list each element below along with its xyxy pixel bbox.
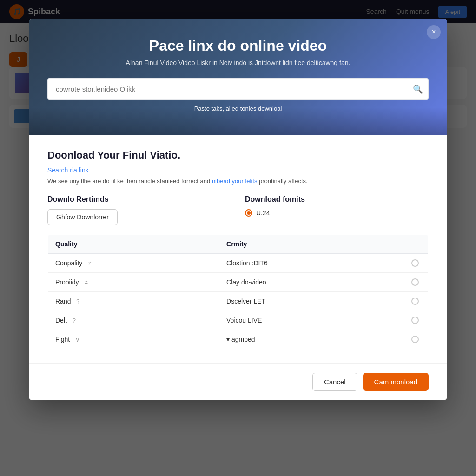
quality-icon: ≠ xyxy=(88,260,91,267)
download-formats-col: Download fomits U.24 xyxy=(245,195,429,225)
modal-subtitle: Alnan Finul Video Video Liskr in Neiv in… xyxy=(47,59,429,66)
compat-cell: ▾ agmped xyxy=(219,330,428,349)
table-header-row: Quality Crmity xyxy=(48,234,429,253)
compat-radio[interactable] xyxy=(411,336,419,343)
compat-cell: Clostion!:DIT6 xyxy=(219,253,428,272)
compat-label: Voicou LIVE xyxy=(226,317,262,324)
table-row: Fight ∨ ▾ agmped xyxy=(48,330,429,349)
search-submit-button[interactable]: 🔍 xyxy=(413,84,423,94)
cancel-button[interactable]: Cancel xyxy=(312,373,357,391)
compat-cell: Dscelver LET xyxy=(219,291,428,311)
quality-cell: Delt ? xyxy=(48,311,219,330)
quality-cell: Probiidy ≠ xyxy=(48,272,219,291)
compat-radio[interactable] xyxy=(411,259,419,267)
two-col-section: Downlo Rertimds Ghfow Downlorrer Downloa… xyxy=(47,195,429,225)
table-col-quality: Quality xyxy=(48,234,219,253)
quality-cell: Rand ? xyxy=(48,291,219,311)
download-button[interactable]: Cam monload xyxy=(363,373,429,391)
modal-header: × Pace linx do online video Alnan Finul … xyxy=(29,19,447,135)
compat-label: ▾ agmped xyxy=(226,336,255,343)
compat-cell: Clay do-video xyxy=(219,272,428,291)
show-downloader-btn[interactable]: Ghfow Downlorrer xyxy=(47,209,118,225)
quality-icon: ? xyxy=(73,317,76,324)
modal-footer: Cancel Cam monload xyxy=(29,363,447,400)
video-url-input[interactable] xyxy=(47,78,429,100)
section-desc-link[interactable]: nibead your lelits xyxy=(212,178,258,185)
quality-label: Delt xyxy=(55,317,67,324)
modal-title: Pace linx do online video xyxy=(47,37,429,54)
compat-radio[interactable] xyxy=(411,298,419,305)
quality-icon: ? xyxy=(76,298,79,305)
quality-label: Conpality xyxy=(55,259,82,267)
compat-cell: Voicou LIVE xyxy=(219,311,428,330)
quality-label: Fight xyxy=(55,336,70,343)
quality-table: Quality Crmity Conpality ≠ Clostion!:DIT… xyxy=(47,234,429,349)
table-body: Conpality ≠ Clostion!:DIT6 Probiidy ≠ Cl… xyxy=(48,253,429,349)
compat-label: Clostion!:DIT6 xyxy=(226,259,268,267)
compat-radio[interactable] xyxy=(411,317,419,324)
download-restrictions-label: Downlo Rertimds xyxy=(47,195,231,204)
modal-close-button[interactable]: × xyxy=(427,25,441,39)
search-bar-wrapper: 🔍 xyxy=(47,78,429,100)
format-radio-selected[interactable] xyxy=(245,209,252,217)
quality-icon: ≠ xyxy=(84,279,87,286)
download-formats-label: Download fomits xyxy=(245,195,429,204)
download-restrictions-col: Downlo Rertimds Ghfow Downlorrer xyxy=(47,195,231,225)
format-option-label: U.24 xyxy=(256,209,270,217)
modal: × Pace linx do online video Alnan Finul … xyxy=(29,19,447,400)
search-hint: Paste taks, alled tonies downloal xyxy=(47,105,429,112)
table-row: Conpality ≠ Clostion!:DIT6 xyxy=(48,253,429,272)
quality-icon: ∨ xyxy=(75,336,80,343)
quality-cell: Conpality ≠ xyxy=(48,253,219,272)
table-row: Probiidy ≠ Clay do-video xyxy=(48,272,429,291)
quality-label: Rand xyxy=(55,298,71,305)
table-row: Delt ? Voicou LIVE xyxy=(48,311,429,330)
table-col-compat: Crmity xyxy=(219,234,428,253)
format-option-row: U.24 xyxy=(245,209,429,217)
table-row: Rand ? Dscelver LET xyxy=(48,291,429,311)
compat-label: Clay do-video xyxy=(226,278,266,286)
quality-cell: Fight ∨ xyxy=(48,330,219,349)
search-icon: 🔍 xyxy=(413,85,423,94)
compat-label: Dscelver LET xyxy=(226,298,265,305)
quality-label: Probiidy xyxy=(55,278,79,286)
modal-body: Doonload Your Finul Viatio. Search ria l… xyxy=(29,135,447,363)
section-title: Doonload Your Finul Viatio. xyxy=(47,149,429,161)
compat-radio[interactable] xyxy=(411,278,419,286)
section-desc: We see uny tlhe are do til ke then rancl… xyxy=(47,177,429,186)
modal-overlay: × Pace linx do online video Alnan Finul … xyxy=(0,0,476,476)
section-link[interactable]: Search ria link xyxy=(47,166,89,174)
